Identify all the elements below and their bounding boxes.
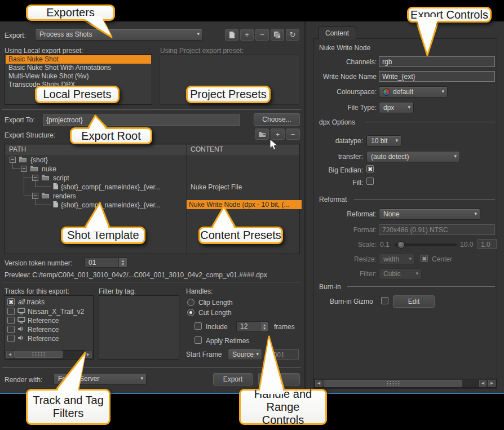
revert-preset-button[interactable]: ↻: [286, 29, 299, 41]
datatype-dropdown[interactable]: 10 bit ▾: [366, 135, 401, 147]
fill-checkbox[interactable]: [366, 178, 374, 185]
track-checkbox[interactable]: [7, 317, 15, 324]
track-item[interactable]: Reference: [28, 326, 91, 334]
spinner-arrows-icon[interactable]: ▲▼: [260, 322, 268, 331]
choose-button[interactable]: Choose...: [254, 113, 300, 126]
transfer-label: transfer:: [304, 153, 363, 161]
cut-length-radio[interactable]: [187, 309, 194, 316]
add-path-button[interactable]: +: [271, 128, 285, 140]
spin-down-icon[interactable]: ▼: [263, 327, 266, 330]
group-line: [354, 199, 495, 200]
reformat-value: None: [383, 210, 400, 218]
transfer-dropdown[interactable]: (auto detect) ▾: [366, 151, 460, 162]
track-checkbox[interactable]: [7, 326, 15, 333]
write-node-name-input[interactable]: Write_{ext}: [379, 71, 495, 82]
channels-input[interactable]: rgb: [379, 56, 495, 67]
tree-row[interactable]: {shot}_comp{_nameindex}_{ver...: [61, 183, 184, 191]
all-tracks-checkbox[interactable]: ✖: [7, 298, 15, 305]
track-item[interactable]: Reference: [28, 335, 91, 343]
scale-max: 10.0: [460, 241, 473, 249]
exporter-dropdown[interactable]: Process as Shots ▾: [35, 29, 203, 41]
check-icon: ✖: [422, 255, 427, 262]
scroll-left-icon[interactable]: ◀: [6, 351, 14, 358]
column-divider: [186, 144, 187, 254]
burnin-gizmo-checkbox[interactable]: [381, 297, 388, 304]
tree-line: [12, 163, 13, 169]
list-item[interactable]: Basic Nuke Shot With Annotations: [6, 64, 151, 72]
project-preset-label: Using Project export preset:: [160, 47, 244, 55]
fill-label: Fill:: [304, 179, 363, 187]
expander-icon[interactable]: [21, 166, 27, 172]
duplicate-preset-button[interactable]: [271, 29, 284, 41]
track-item[interactable]: Reference: [28, 317, 91, 325]
resize-dropdown[interactable]: width ▾: [379, 254, 415, 265]
path-column-header[interactable]: PATH: [9, 145, 26, 153]
scale-slider-handle[interactable]: [397, 241, 405, 249]
expander-icon[interactable]: [32, 193, 38, 199]
add-preset-button[interactable]: +: [240, 29, 254, 41]
scrollbar-thumb[interactable]: [14, 351, 63, 358]
remove-preset-button[interactable]: −: [255, 29, 269, 41]
export-button[interactable]: Export: [213, 373, 253, 385]
track-item[interactable]: all tracks: [18, 298, 45, 306]
tree-row[interactable]: {shot}: [30, 156, 48, 164]
callout-handle-range-controls: Handle and Range Controls: [239, 389, 327, 425]
scroll-left-icon[interactable]: ◀: [479, 380, 487, 387]
spin-down-icon[interactable]: ▼: [121, 263, 125, 266]
remove-path-button[interactable]: −: [286, 128, 300, 140]
track-checkbox[interactable]: [7, 335, 15, 342]
filter-dropdown[interactable]: Cubic ▾: [379, 268, 422, 280]
expander-icon[interactable]: [32, 175, 38, 181]
filter-by-tag-list[interactable]: [99, 295, 179, 360]
tracks-hscrollbar[interactable]: ◀ ▶: [6, 350, 92, 358]
center-checkbox[interactable]: ✖: [421, 255, 428, 262]
render-with-dropdown[interactable]: Frame Server ▾: [54, 373, 147, 385]
spinner-arrows-icon[interactable]: ▲▼: [118, 258, 127, 267]
track-item[interactable]: Nissan_X_Trail_v2: [28, 308, 91, 316]
folder-icon: [30, 165, 38, 172]
colourspace-dropdown[interactable]: default ▾: [379, 86, 448, 97]
big-endian-checkbox[interactable]: ✖: [366, 165, 374, 172]
reformat-dropdown[interactable]: None ▾: [379, 209, 480, 220]
tree-row[interactable]: script: [53, 174, 69, 182]
track-checkbox[interactable]: [7, 308, 15, 315]
start-frame-dropdown[interactable]: Source ▾: [228, 349, 262, 360]
tree-row[interactable]: {shot}_comp{_nameindex}_{ver...: [61, 201, 184, 209]
edit-button[interactable]: Edit: [393, 295, 435, 308]
scrollbar-thumb[interactable]: [324, 380, 462, 387]
content-column-header[interactable]: CONTENT: [191, 145, 223, 153]
list-item[interactable]: Multi-View Nuke Shot (%v): [6, 72, 151, 81]
start-frame-value: 1001: [266, 349, 299, 360]
frames-spinner[interactable]: 12 ▲▼: [236, 321, 269, 332]
file-type-dropdown[interactable]: dpx ▾: [379, 102, 414, 113]
chevron-down-icon: ▾: [454, 153, 457, 159]
chevron-down-icon: ▾: [441, 88, 444, 94]
tree-row-content-selected[interactable]: Nuke Write Node (dpx - 10 bit, (...: [187, 200, 302, 209]
list-item[interactable]: Basic Nuke Shot: [6, 55, 151, 64]
secondary-button[interactable]: [258, 373, 300, 385]
reformat-title: Reformat: [319, 196, 347, 203]
apply-retimes-checkbox[interactable]: [194, 336, 202, 344]
clip-length-radio[interactable]: [187, 299, 194, 306]
export-to-input[interactable]: {projectroot}: [43, 114, 240, 126]
tree-row[interactable]: nuke: [42, 165, 56, 173]
new-preset-button[interactable]: [225, 29, 238, 41]
tree-row-content[interactable]: Nuke Project File: [191, 183, 298, 191]
chevron-down-icon: ▾: [408, 104, 410, 110]
content-hscrollbar[interactable]: ◀ ◀ ▶: [314, 379, 497, 388]
include-checkbox[interactable]: [194, 322, 202, 330]
scroll-left-icon[interactable]: ◀: [315, 380, 322, 387]
expander-icon[interactable]: [10, 157, 16, 163]
tab-content[interactable]: Content: [318, 26, 356, 39]
file-icon: [52, 183, 59, 190]
scroll-right-icon[interactable]: ▶: [85, 351, 92, 358]
scroll-right-icon[interactable]: ▶: [488, 380, 496, 387]
tree-row[interactable]: renders: [53, 192, 76, 200]
folder-icon: [19, 156, 27, 163]
cut-length-label: Cut Length: [198, 309, 232, 317]
document-icon: [229, 31, 235, 39]
tree-line: [35, 205, 51, 205]
version-token-label: Version token number:: [5, 259, 72, 267]
version-token-spinner[interactable]: 01 ▲▼: [85, 258, 127, 268]
new-folder-button[interactable]: [255, 128, 269, 140]
